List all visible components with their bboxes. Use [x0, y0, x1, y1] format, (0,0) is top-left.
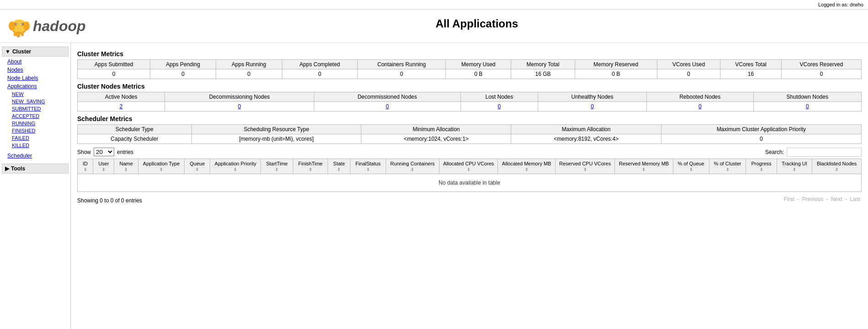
showing-text: Showing 0 to 0 of 0 entries	[77, 197, 142, 204]
sm-val-3: <memory:8192, vCores:4>	[511, 134, 661, 144]
sidebar-sub-item-accepted[interactable]: ACCEPTED	[0, 112, 70, 120]
pagination-separator-3: -	[845, 196, 847, 202]
sidebar-sub-item-new[interactable]: NEW	[0, 90, 70, 98]
entries-select[interactable]: 10 20 50 100	[94, 148, 114, 156]
cm-val-3: 0	[282, 69, 358, 79]
cm-header-5: Memory Used	[445, 60, 511, 69]
sidebar-item-applications[interactable]: Applications	[0, 82, 70, 90]
col-blacklisted-nodes[interactable]: Blacklisted Nodes ⇕	[812, 159, 862, 174]
sidebar-cluster-header[interactable]: ▼ Cluster	[2, 47, 69, 57]
col-tracking-ui[interactable]: Tracking UI ⇕	[777, 159, 812, 174]
cnm-val-0[interactable]: 2	[78, 102, 165, 111]
cm-val-1: 0	[150, 69, 216, 79]
col-application-type[interactable]: Application Type ⇕	[138, 159, 184, 174]
logo-text: hadoop	[33, 18, 86, 35]
sidebar: ▼ Cluster About Nodes Node Labels Applic…	[0, 43, 71, 329]
cm-header-7: Memory Reserved	[575, 60, 657, 69]
cluster-label: Cluster	[12, 48, 31, 55]
cm-val-7: 0 B	[575, 69, 657, 79]
cluster-nodes-metrics-table: Active Nodes Decommissioning Nodes Decom…	[77, 92, 862, 111]
cnm-val-1[interactable]: 0	[165, 102, 314, 111]
cm-val-4: 0	[358, 69, 446, 79]
cnm-header-6: Shutdown Nodes	[753, 92, 862, 102]
cnm-val-5[interactable]: 0	[646, 102, 753, 111]
cluster-nodes-metrics-title: Cluster Nodes Metrics	[77, 83, 862, 90]
pagination-next[interactable]: Next	[831, 196, 842, 202]
sm-header-4: Maximum Cluster Application Priority	[661, 125, 861, 134]
sidebar-tools-header[interactable]: ▶ Tools	[2, 164, 69, 174]
sidebar-item-scheduler[interactable]: Scheduler	[0, 152, 70, 160]
cm-header-4: Containers Running	[358, 60, 446, 69]
cnm-header-2: Decommissioned Nodes	[314, 92, 460, 102]
cnm-val-3[interactable]: 0	[460, 102, 538, 111]
sidebar-sub-item-killed[interactable]: KILLED	[0, 142, 70, 149]
logo-area: hadoop	[4, 11, 90, 41]
sidebar-item-about[interactable]: About	[0, 58, 70, 66]
tools-collapse-icon: ▶	[5, 165, 9, 172]
svg-rect-10	[14, 32, 16, 36]
pagination-first[interactable]: First	[784, 196, 794, 202]
svg-point-5	[23, 21, 30, 31]
applications-table: ID ⇕ User ⇕ Name ⇕ Application Type ⇕ Qu…	[77, 159, 862, 192]
col-application-priority[interactable]: Application Priority ⇕	[210, 159, 261, 174]
sidebar-sub-item-failed[interactable]: FAILED	[0, 134, 70, 142]
cnm-header-5: Rebooted Nodes	[646, 92, 753, 102]
sidebar-sub-item-running[interactable]: RUNNING	[0, 120, 70, 127]
search-input[interactable]	[787, 148, 862, 157]
svg-point-4	[9, 21, 15, 31]
col-pct-of-queue[interactable]: % of Queue ⇕	[673, 159, 709, 174]
tools-label: Tools	[11, 165, 25, 172]
cm-val-5: 0 B	[445, 69, 511, 79]
cm-val-2: 0	[216, 69, 282, 79]
cnm-val-4[interactable]: 0	[538, 102, 647, 111]
col-progress[interactable]: Progress ⇕	[746, 159, 777, 174]
sm-header-1: Scheduling Resource Type	[191, 125, 361, 134]
cnm-val-6[interactable]: 0	[753, 102, 862, 111]
collapse-icon: ▼	[5, 48, 11, 55]
cm-header-6: Memory Total	[511, 60, 575, 69]
sidebar-sub-item-submitted[interactable]: SUBMITTED	[0, 105, 70, 112]
pagination-separator-2: -	[826, 196, 828, 202]
col-name[interactable]: Name ⇕	[114, 159, 138, 174]
cm-val-6: 16 GB	[511, 69, 575, 79]
sidebar-item-node-labels[interactable]: Node Labels	[0, 74, 70, 82]
cm-val-8: 0	[657, 69, 720, 79]
pagination: First - Previous - Next - Last	[783, 196, 862, 202]
pagination-last[interactable]: Last	[850, 196, 860, 202]
sm-val-0: Capacity Scheduler	[78, 134, 192, 144]
no-data-message: No data available in table	[78, 174, 862, 192]
sm-val-4: 0	[661, 134, 861, 144]
col-finishtime[interactable]: FinishTime ⇕	[293, 159, 328, 174]
col-state[interactable]: State ⇕	[328, 159, 350, 174]
col-running-containers[interactable]: Running Containers ⇕	[386, 159, 439, 174]
col-reserved-memory-mb[interactable]: Reserved Memory MB ⇕	[615, 159, 673, 174]
cnm-header-0: Active Nodes	[78, 92, 165, 102]
col-pct-of-cluster[interactable]: % of Cluster ⇕	[709, 159, 746, 174]
pagination-separator-1: -	[797, 196, 799, 202]
sidebar-sub-item-new-saving[interactable]: NEW_SAVING	[0, 98, 70, 105]
search-bar: Search:	[765, 148, 862, 157]
page-title: All Applications	[90, 17, 864, 30]
col-finalstatus[interactable]: FinalStatus ⇕	[350, 159, 386, 174]
cluster-metrics-table: Apps Submitted Apps Pending Apps Running…	[77, 59, 862, 79]
col-user[interactable]: User ⇕	[93, 159, 114, 174]
sidebar-item-nodes[interactable]: Nodes	[0, 66, 70, 74]
sm-val-2: <memory:1024, vCores:1>	[361, 134, 511, 144]
cnm-header-3: Lost Nodes	[460, 92, 538, 102]
cluster-metrics-title: Cluster Metrics	[77, 50, 862, 58]
cnm-header-1: Decommissioning Nodes	[165, 92, 314, 102]
cnm-val-2[interactable]: 0	[314, 102, 460, 111]
main-content: Cluster Metrics Apps Submitted Apps Pend…	[71, 43, 868, 329]
cm-header-1: Apps Pending	[150, 60, 216, 69]
cm-header-2: Apps Running	[216, 60, 282, 69]
sidebar-sub-item-finished[interactable]: FINISHED	[0, 127, 70, 134]
col-allocated-memory-mb[interactable]: Allocated Memory MB ⇕	[498, 159, 555, 174]
col-allocated-cpu-vcores[interactable]: Allocated CPU VCores ⇕	[439, 159, 498, 174]
col-queue[interactable]: Queue ⇕	[185, 159, 210, 174]
svg-point-8	[16, 24, 17, 25]
svg-rect-11	[17, 33, 20, 36]
col-reserved-cpu-vcores[interactable]: Reserved CPU VCores ⇕	[555, 159, 615, 174]
pagination-previous[interactable]: Previous	[802, 196, 824, 202]
col-id[interactable]: ID ⇕	[78, 159, 93, 174]
col-starttime[interactable]: StartTime ⇕	[261, 159, 293, 174]
